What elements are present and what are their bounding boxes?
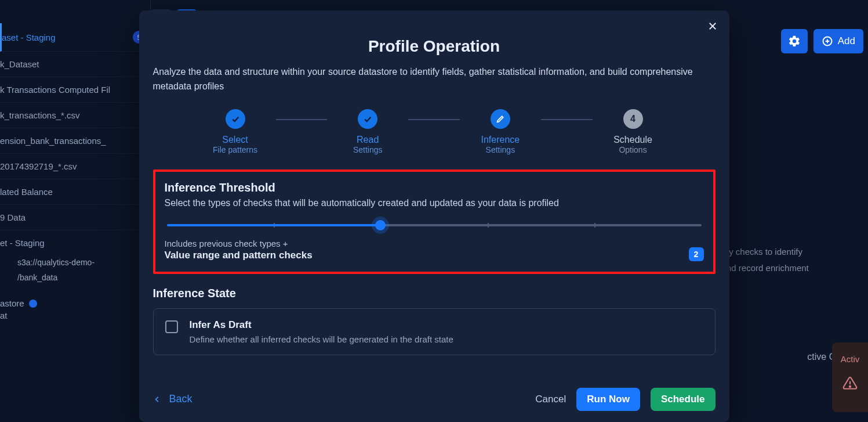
sidebar-item-active[interactable]: aset - Staging 5	[0, 23, 150, 52]
step-read[interactable]: Read Settings	[327, 109, 408, 154]
sidebar-item-label: lated Balance	[0, 187, 53, 197]
infer-as-draft-checkbox[interactable]	[165, 320, 178, 333]
back-label: Back	[169, 393, 193, 405]
footer-actions: Cancel Run Now Schedule	[535, 388, 715, 411]
step-title: Select	[222, 135, 248, 145]
add-button-label: Add	[838, 35, 855, 47]
threshold-slider[interactable]	[167, 220, 702, 230]
check-icon	[231, 114, 240, 124]
sidebar-datastore-label: astore	[0, 288, 150, 308]
close-button[interactable]	[707, 21, 718, 31]
gear-icon	[788, 35, 801, 48]
top-right-actions: Add	[781, 29, 863, 53]
close-icon	[707, 21, 718, 31]
step-title: Inference	[481, 135, 520, 145]
bg-paragraph: ty checks to identify nd record enrichme…	[727, 244, 860, 276]
step-line	[276, 119, 328, 120]
step-title: Read	[357, 135, 379, 145]
sidebar-item[interactable]: k_transactions_*.csv	[0, 103, 150, 128]
sidebar-item-label: k Transactions Computed Fil	[0, 85, 110, 95]
sidebar-item[interactable]: 9 Data	[0, 205, 150, 230]
sidebar-path: s3a://qualytics-demo-	[0, 255, 150, 273]
cancel-button[interactable]: Cancel	[535, 394, 566, 405]
sidebar-item[interactable]: lated Balance	[0, 179, 150, 205]
plus-circle-icon	[822, 35, 833, 47]
step-sub: Options	[619, 145, 647, 154]
stepper: Select File patterns Read Settings Infer…	[195, 109, 674, 154]
sidebar-item-label: 9 Data	[0, 212, 26, 222]
settings-button[interactable]	[781, 29, 808, 53]
step-circle	[358, 109, 377, 129]
sidebar-item[interactable]: k Transactions Computed Fil	[0, 77, 150, 103]
run-now-button[interactable]: Run Now	[576, 388, 640, 411]
side-alert-tab[interactable]: Activ	[832, 342, 868, 412]
modal-title: Profile Operation	[153, 37, 716, 56]
inference-state-title: Inference State	[153, 287, 716, 300]
pencil-icon	[496, 114, 505, 124]
schedule-button[interactable]: Schedule	[651, 388, 716, 411]
slider-fill	[167, 224, 381, 226]
sidebar-datastore-sub: at	[0, 308, 150, 328]
info-icon	[29, 300, 37, 308]
sidebar-section-item[interactable]: et - Staging	[0, 230, 150, 255]
step-sub: File patterns	[213, 145, 257, 154]
side-alert-label: Activ	[841, 354, 860, 364]
slider-caption-pre: Includes previous check types +	[165, 239, 288, 248]
sidebar-item[interactable]: 20174392719_*.csv	[0, 154, 150, 179]
sidebar: aset - Staging 5 k_Dataset k Transaction…	[0, 0, 151, 422]
slider-value-badge: 2	[689, 247, 704, 261]
slider-caption-strong: Value range and pattern checks	[165, 250, 313, 261]
modal-description: Analyze the data and structure within yo…	[153, 65, 716, 94]
sidebar-item-label: aset - Staging	[2, 33, 56, 42]
step-sub: Settings	[486, 145, 515, 154]
svg-point-4	[849, 386, 851, 387]
step-schedule[interactable]: 4 Schedule Options	[593, 109, 674, 154]
sidebar-item-label: 20174392719_*.csv	[0, 161, 77, 171]
step-line	[408, 119, 460, 120]
add-button[interactable]: Add	[813, 29, 863, 53]
chevron-left-icon	[153, 395, 161, 403]
sidebar-item-label: k_transactions_*.csv	[0, 110, 80, 120]
infer-as-draft-sub: Define whether all inferred checks will …	[190, 334, 453, 344]
profile-operation-modal: Profile Operation Analyze the data and s…	[139, 10, 729, 422]
step-select[interactable]: Select File patterns	[195, 109, 276, 154]
check-icon	[363, 114, 372, 124]
step-line	[541, 119, 593, 120]
slider-thumb[interactable]	[375, 220, 386, 230]
step-circle	[491, 109, 510, 129]
sidebar-item-label: ension_bank_transactions_	[0, 136, 106, 146]
slider-caption: Includes previous check types + Value ra…	[165, 239, 704, 261]
section-title: Inference Threshold	[165, 181, 704, 194]
section-subtitle: Select the types of checks that will be …	[165, 198, 704, 208]
step-circle: 4	[623, 109, 643, 129]
sidebar-item-label: k_Dataset	[0, 59, 39, 69]
slider-tick	[594, 223, 595, 228]
inference-threshold-section: Inference Threshold Select the types of …	[153, 169, 716, 274]
sidebar-item[interactable]: ension_bank_transactions_	[0, 128, 150, 154]
sidebar-path: /bank_data	[0, 273, 150, 288]
slider-tick	[488, 223, 489, 228]
modal-footer: Back Cancel Run Now Schedule	[153, 388, 716, 411]
infer-as-draft-row[interactable]: Infer As Draft Define whether all inferr…	[153, 308, 716, 355]
step-sub: Settings	[353, 145, 383, 154]
sidebar-item-label: et - Staging	[0, 238, 45, 248]
step-inference[interactable]: Inference Settings	[460, 109, 541, 154]
alert-triangle-icon	[842, 376, 858, 391]
sidebar-item[interactable]: k_Dataset	[0, 52, 150, 77]
infer-as-draft-label: Infer As Draft	[190, 319, 453, 331]
back-button[interactable]: Back	[153, 393, 193, 405]
step-title: Schedule	[613, 135, 652, 145]
step-circle	[226, 109, 245, 129]
